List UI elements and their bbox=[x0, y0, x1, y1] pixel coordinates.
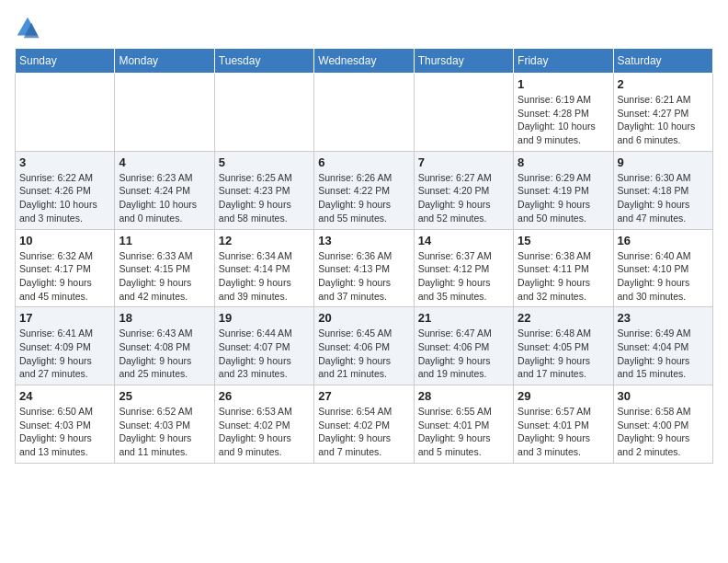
calendar-cell: 30Sunrise: 6:58 AM Sunset: 4:00 PM Dayli… bbox=[613, 385, 712, 464]
calendar-cell bbox=[214, 74, 313, 152]
day-info: Sunrise: 6:25 AM Sunset: 4:23 PM Dayligh… bbox=[219, 171, 310, 225]
day-info: Sunrise: 6:44 AM Sunset: 4:07 PM Dayligh… bbox=[219, 327, 310, 381]
calendar-cell: 13Sunrise: 6:36 AM Sunset: 4:13 PM Dayli… bbox=[314, 229, 414, 307]
day-number: 17 bbox=[19, 311, 110, 325]
calendar-cell: 4Sunrise: 6:23 AM Sunset: 4:24 PM Daylig… bbox=[115, 151, 214, 229]
calendar-cell: 23Sunrise: 6:49 AM Sunset: 4:04 PM Dayli… bbox=[613, 307, 712, 385]
day-info: Sunrise: 6:55 AM Sunset: 4:01 PM Dayligh… bbox=[418, 405, 509, 459]
calendar-cell: 12Sunrise: 6:34 AM Sunset: 4:14 PM Dayli… bbox=[214, 229, 313, 307]
day-info: Sunrise: 6:23 AM Sunset: 4:24 PM Dayligh… bbox=[119, 171, 210, 225]
day-number: 26 bbox=[219, 389, 310, 403]
calendar-cell: 16Sunrise: 6:40 AM Sunset: 4:10 PM Dayli… bbox=[613, 229, 712, 307]
calendar-week-row: 3Sunrise: 6:22 AM Sunset: 4:26 PM Daylig… bbox=[16, 151, 713, 229]
calendar-cell: 18Sunrise: 6:43 AM Sunset: 4:08 PM Dayli… bbox=[115, 307, 214, 385]
day-info: Sunrise: 6:33 AM Sunset: 4:15 PM Dayligh… bbox=[119, 249, 210, 304]
day-number: 9 bbox=[618, 155, 709, 169]
calendar-cell: 9Sunrise: 6:30 AM Sunset: 4:18 PM Daylig… bbox=[613, 151, 712, 229]
day-number: 25 bbox=[119, 389, 210, 403]
calendar-cell: 2Sunrise: 6:21 AM Sunset: 4:27 PM Daylig… bbox=[613, 74, 712, 152]
day-info: Sunrise: 6:41 AM Sunset: 4:09 PM Dayligh… bbox=[19, 327, 110, 381]
calendar-week-row: 17Sunrise: 6:41 AM Sunset: 4:09 PM Dayli… bbox=[16, 307, 713, 385]
calendar-cell: 17Sunrise: 6:41 AM Sunset: 4:09 PM Dayli… bbox=[16, 307, 115, 385]
calendar-cell: 24Sunrise: 6:50 AM Sunset: 4:03 PM Dayli… bbox=[16, 385, 115, 464]
day-number: 14 bbox=[418, 234, 509, 247]
calendar-cell: 29Sunrise: 6:57 AM Sunset: 4:01 PM Dayli… bbox=[514, 385, 613, 464]
calendar-cell: 14Sunrise: 6:37 AM Sunset: 4:12 PM Dayli… bbox=[414, 229, 513, 307]
calendar-cell: 28Sunrise: 6:55 AM Sunset: 4:01 PM Dayli… bbox=[414, 385, 513, 464]
weekday-header: Thursday bbox=[414, 49, 513, 74]
day-info: Sunrise: 6:27 AM Sunset: 4:20 PM Dayligh… bbox=[418, 171, 509, 225]
day-info: Sunrise: 6:52 AM Sunset: 4:03 PM Dayligh… bbox=[119, 405, 210, 459]
weekday-row: SundayMondayTuesdayWednesdayThursdayFrid… bbox=[16, 49, 713, 74]
calendar-cell bbox=[16, 74, 115, 152]
day-number: 2 bbox=[618, 77, 709, 91]
day-number: 24 bbox=[19, 389, 110, 403]
day-number: 8 bbox=[518, 155, 609, 169]
weekday-header: Tuesday bbox=[214, 49, 313, 74]
calendar-cell bbox=[414, 74, 513, 152]
calendar-cell: 8Sunrise: 6:29 AM Sunset: 4:19 PM Daylig… bbox=[514, 151, 613, 229]
day-number: 7 bbox=[418, 155, 509, 169]
day-number: 5 bbox=[219, 155, 310, 169]
calendar-week-row: 24Sunrise: 6:50 AM Sunset: 4:03 PM Dayli… bbox=[16, 385, 713, 464]
day-number: 6 bbox=[318, 155, 409, 169]
calendar-header: SundayMondayTuesdayWednesdayThursdayFrid… bbox=[16, 49, 713, 74]
day-number: 28 bbox=[418, 389, 509, 403]
calendar-week-row: 10Sunrise: 6:32 AM Sunset: 4:17 PM Dayli… bbox=[16, 229, 713, 307]
calendar-cell: 25Sunrise: 6:52 AM Sunset: 4:03 PM Dayli… bbox=[115, 385, 214, 464]
weekday-header: Saturday bbox=[613, 49, 712, 74]
day-info: Sunrise: 6:49 AM Sunset: 4:04 PM Dayligh… bbox=[618, 327, 709, 381]
day-info: Sunrise: 6:19 AM Sunset: 4:28 PM Dayligh… bbox=[518, 93, 609, 147]
day-info: Sunrise: 6:48 AM Sunset: 4:05 PM Dayligh… bbox=[518, 327, 609, 381]
day-info: Sunrise: 6:58 AM Sunset: 4:00 PM Dayligh… bbox=[618, 405, 709, 459]
calendar-week-row: 1Sunrise: 6:19 AM Sunset: 4:28 PM Daylig… bbox=[16, 74, 713, 152]
day-info: Sunrise: 6:45 AM Sunset: 4:06 PM Dayligh… bbox=[318, 327, 409, 381]
day-number: 12 bbox=[219, 234, 310, 247]
day-info: Sunrise: 6:57 AM Sunset: 4:01 PM Dayligh… bbox=[518, 405, 609, 459]
day-number: 23 bbox=[618, 311, 709, 325]
weekday-header: Sunday bbox=[16, 49, 115, 74]
day-info: Sunrise: 6:30 AM Sunset: 4:18 PM Dayligh… bbox=[618, 171, 709, 225]
day-number: 21 bbox=[418, 311, 509, 325]
calendar-cell: 26Sunrise: 6:53 AM Sunset: 4:02 PM Dayli… bbox=[214, 385, 313, 464]
day-info: Sunrise: 6:22 AM Sunset: 4:26 PM Dayligh… bbox=[19, 171, 110, 225]
day-number: 13 bbox=[318, 234, 409, 247]
day-info: Sunrise: 6:43 AM Sunset: 4:08 PM Dayligh… bbox=[119, 327, 210, 381]
day-number: 22 bbox=[518, 311, 609, 325]
calendar-cell: 21Sunrise: 6:47 AM Sunset: 4:06 PM Dayli… bbox=[414, 307, 513, 385]
day-info: Sunrise: 6:54 AM Sunset: 4:02 PM Dayligh… bbox=[318, 405, 409, 459]
day-info: Sunrise: 6:37 AM Sunset: 4:12 PM Dayligh… bbox=[418, 249, 509, 304]
day-number: 20 bbox=[318, 311, 409, 325]
calendar-cell: 22Sunrise: 6:48 AM Sunset: 4:05 PM Dayli… bbox=[514, 307, 613, 385]
calendar-cell: 5Sunrise: 6:25 AM Sunset: 4:23 PM Daylig… bbox=[214, 151, 313, 229]
calendar-cell: 10Sunrise: 6:32 AM Sunset: 4:17 PM Dayli… bbox=[16, 229, 115, 307]
calendar-cell bbox=[314, 74, 414, 152]
day-info: Sunrise: 6:34 AM Sunset: 4:14 PM Dayligh… bbox=[219, 249, 310, 304]
calendar-cell: 27Sunrise: 6:54 AM Sunset: 4:02 PM Dayli… bbox=[314, 385, 414, 464]
page-header bbox=[15, 15, 713, 40]
day-number: 29 bbox=[518, 389, 609, 403]
day-number: 27 bbox=[318, 389, 409, 403]
weekday-header: Friday bbox=[514, 49, 613, 74]
calendar-cell: 11Sunrise: 6:33 AM Sunset: 4:15 PM Dayli… bbox=[115, 229, 214, 307]
calendar-cell: 15Sunrise: 6:38 AM Sunset: 4:11 PM Dayli… bbox=[514, 229, 613, 307]
day-info: Sunrise: 6:40 AM Sunset: 4:10 PM Dayligh… bbox=[618, 249, 709, 304]
day-info: Sunrise: 6:26 AM Sunset: 4:22 PM Dayligh… bbox=[318, 171, 409, 225]
day-number: 11 bbox=[119, 234, 210, 247]
calendar-cell: 3Sunrise: 6:22 AM Sunset: 4:26 PM Daylig… bbox=[16, 151, 115, 229]
logo-icon bbox=[15, 15, 40, 40]
logo bbox=[15, 15, 44, 40]
calendar-cell: 20Sunrise: 6:45 AM Sunset: 4:06 PM Dayli… bbox=[314, 307, 414, 385]
calendar-body: 1Sunrise: 6:19 AM Sunset: 4:28 PM Daylig… bbox=[16, 74, 713, 464]
day-number: 30 bbox=[618, 389, 709, 403]
day-number: 15 bbox=[518, 234, 609, 247]
day-info: Sunrise: 6:53 AM Sunset: 4:02 PM Dayligh… bbox=[219, 405, 310, 459]
calendar-table: SundayMondayTuesdayWednesdayThursdayFrid… bbox=[15, 48, 713, 464]
day-info: Sunrise: 6:38 AM Sunset: 4:11 PM Dayligh… bbox=[518, 249, 609, 304]
calendar-cell: 1Sunrise: 6:19 AM Sunset: 4:28 PM Daylig… bbox=[514, 74, 613, 152]
calendar-cell: 7Sunrise: 6:27 AM Sunset: 4:20 PM Daylig… bbox=[414, 151, 513, 229]
calendar-cell: 6Sunrise: 6:26 AM Sunset: 4:22 PM Daylig… bbox=[314, 151, 414, 229]
day-info: Sunrise: 6:36 AM Sunset: 4:13 PM Dayligh… bbox=[318, 249, 409, 304]
day-info: Sunrise: 6:21 AM Sunset: 4:27 PM Dayligh… bbox=[618, 93, 709, 147]
day-number: 18 bbox=[119, 311, 210, 325]
